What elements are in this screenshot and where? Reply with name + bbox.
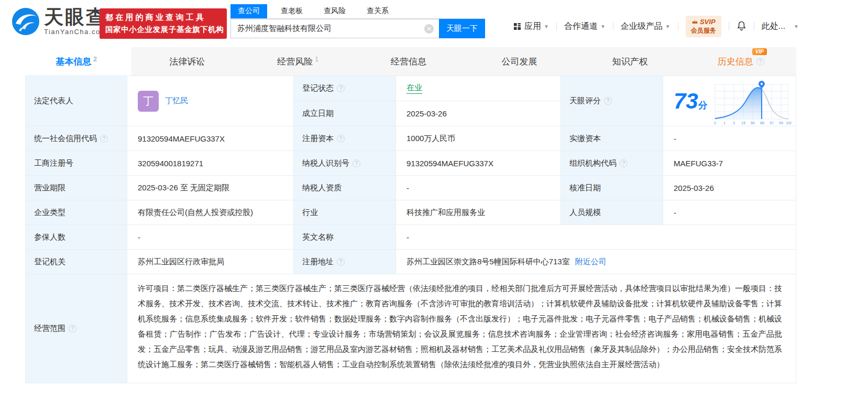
nav-enterprise-label: 企业级产品 [621, 21, 663, 32]
paid-capital-value: - [663, 126, 796, 151]
help-icon[interactable]: ? [620, 159, 628, 167]
chevron-down-icon: ▼ [794, 24, 799, 29]
clear-icon[interactable]: ✕ [424, 24, 434, 34]
help-icon[interactable]: ? [337, 135, 345, 143]
brand-domain: TianYanCha.com [44, 28, 107, 36]
taxpayer-quality-value: - [396, 176, 561, 200]
notification-bell-button[interactable] [737, 21, 746, 31]
section-tabs: 基本信息 2 法律诉讼 经营风险 1 经营信息 公司发展 知识产权 VIP 历史… [21, 47, 796, 76]
reg-capital-value: 1000万人民币 [396, 126, 561, 151]
search-area: 查公司 查老板 查风险 查关系 ✕ 天眼一下 [230, 4, 485, 38]
score-distribution-chart: 0 1 3 15 50 85 97 99 100 [712, 77, 792, 125]
crown-icon [691, 19, 698, 25]
english-name-value: - [396, 225, 796, 250]
nav-apps[interactable]: 应用 ▼ [513, 21, 549, 32]
top-nav: 应用 ▼ 合作通道 ▼ 企业级产品 ▼ SVIP 会员服务 [513, 16, 799, 37]
legal-rep-link[interactable]: 丁忆民 [165, 96, 189, 106]
divider [613, 22, 613, 30]
svip-member-button[interactable]: SVIP 会员服务 [686, 16, 721, 37]
help-icon[interactable]: ? [756, 58, 764, 66]
search-tab-company[interactable]: 查公司 [230, 4, 267, 18]
credit-code-value: 91320594MAEFUG337X [127, 126, 294, 151]
tab-business-info[interactable]: 经营信息 [353, 47, 464, 76]
chevron-down-icon: ▼ [665, 24, 671, 29]
help-icon[interactable]: ? [604, 97, 612, 105]
staff-size-value: - [663, 200, 796, 225]
field-label: 法定代表人 [26, 76, 127, 126]
divider [556, 22, 557, 30]
user-name: 此处... [762, 21, 785, 32]
tab-count: 2 [93, 56, 97, 63]
tab-company-development[interactable]: 公司发展 [464, 47, 575, 76]
field-label: 实缴资本 [561, 126, 663, 151]
taxpayer-id-value: 91320594MAEFUG337X [396, 151, 561, 176]
brand-name: 天眼查 [44, 7, 107, 27]
tab-legal-litigation[interactable]: 法律诉讼 [131, 47, 242, 76]
field-label: 经营范围? [26, 274, 127, 383]
nav-apps-label: 应用 [524, 21, 541, 32]
help-icon[interactable]: ? [69, 325, 76, 332]
header: 天眼查 TianYanCha.com 都在用的商业查询工具 国家中小企业发展子基… [0, 0, 868, 47]
svip-label: SVIP [700, 18, 716, 26]
field-label: 核准日期 [561, 176, 663, 200]
tab-intellectual-property[interactable]: 知识产权 [575, 47, 685, 76]
search-tab-boss[interactable]: 查老板 [273, 4, 310, 18]
tab-count: 1 [315, 56, 318, 63]
svip-sublabel: 会员服务 [691, 26, 716, 35]
org-code-value: MAEFUG33-7 [663, 151, 796, 176]
field-label: 组织机构代码? [561, 151, 663, 176]
search-tab-relation[interactable]: 查关系 [359, 4, 396, 18]
reg-address-value: 苏州工业园区崇文路8号5幢国际科研中心713室 附近公司 [396, 250, 796, 274]
nearby-companies-link[interactable]: 附近公司 [575, 257, 607, 267]
field-label: 企业类型 [26, 200, 127, 225]
insured-count-value: - [127, 225, 294, 250]
approval-date-value: 2025-03-26 [663, 176, 796, 200]
company-type-value: 有限责任公司(自然人投资或控股) [127, 200, 294, 225]
logo[interactable]: 天眼查 TianYanCha.com [12, 7, 107, 36]
reg-number-value: 320594001819271 [127, 151, 294, 176]
field-label: 人员规模 [561, 200, 663, 225]
chevron-down-icon: ▼ [544, 24, 549, 29]
field-label: 成立日期 [294, 101, 396, 126]
field-label: 工商注册号 [26, 151, 127, 176]
company-info-table: 法定代表人 丁 丁忆民 登记状态 ? 在业 成立日期 2025-03-26 天眼… [25, 76, 796, 383]
tab-basic-info[interactable]: 基本信息 2 [21, 47, 131, 76]
chevron-down-icon: ▼ [600, 24, 606, 29]
field-label: 英文名称 [294, 225, 396, 250]
search-tabs: 查公司 查老板 查风险 查关系 [230, 4, 485, 19]
help-icon[interactable]: ? [337, 84, 345, 92]
field-label: 注册地址? [294, 250, 396, 274]
svg-text:15: 15 [741, 121, 745, 125]
reg-authority-value: 苏州工业园区行政审批局 [127, 250, 294, 274]
help-icon[interactable]: ? [100, 135, 108, 143]
user-menu[interactable]: 此处... ▼ [762, 21, 799, 32]
search-tab-risk[interactable]: 查风险 [316, 4, 353, 18]
score-number: 73 [674, 89, 698, 113]
business-term-value: 2025-03-26 至 无固定期限 [127, 176, 294, 200]
svg-text:1: 1 [723, 121, 726, 125]
tab-operation-risk[interactable]: 经营风险 1 [243, 47, 353, 76]
search-button[interactable]: 天眼一下 [439, 19, 485, 38]
slogan-line2: 国家中小企业发展子基金旗下机构 [105, 25, 221, 35]
vip-badge: VIP [752, 48, 767, 55]
score-value: 73分 [663, 76, 796, 126]
status-badge[interactable]: 在业 [406, 83, 422, 94]
nav-enterprise[interactable]: 企业级产品 ▼ [621, 21, 671, 32]
tab-history-info[interactable]: VIP 历史信息 ? [686, 47, 796, 76]
score-unit: 分 [698, 100, 708, 111]
svg-text:0: 0 [714, 121, 716, 125]
field-label: 行业 [294, 200, 396, 225]
field-label: 天眼评分 ? [561, 76, 663, 126]
svg-text:3: 3 [733, 121, 735, 125]
divider [754, 22, 754, 30]
help-icon[interactable]: ? [337, 258, 345, 266]
nav-partner[interactable]: 合作通道 ▼ [564, 21, 606, 32]
field-label: 统一社会信用代码? [26, 126, 127, 151]
establish-date-value: 2025-03-26 [396, 101, 561, 126]
field-label: 营业期限 [26, 176, 127, 200]
nav-partner-label: 合作通道 [564, 21, 598, 32]
help-icon[interactable]: ? [353, 159, 360, 167]
avatar[interactable]: 丁 [138, 91, 159, 112]
field-label: 纳税人资质 [294, 176, 396, 200]
search-input[interactable] [231, 19, 439, 38]
